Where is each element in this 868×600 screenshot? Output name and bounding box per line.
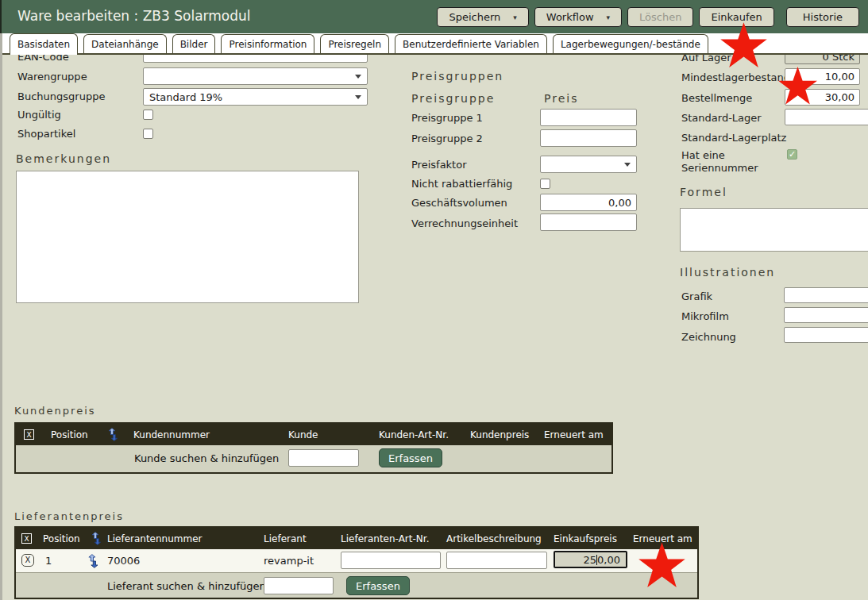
column-position: Position — [43, 533, 80, 544]
preisgruppe1-input[interactable] — [540, 109, 637, 126]
window-edge — [0, 33, 2, 600]
annotation-star-einkaufen — [719, 21, 768, 70]
lieferant-suchen-label: Lieferant suchen & hinzufügen — [107, 580, 266, 592]
seriennummer-checkbox[interactable]: ✓ — [787, 149, 797, 160]
seriennummer-label-line1: Hat eine — [681, 149, 725, 161]
mindestlagerbestand-label: Mindestlagerbestand — [681, 71, 790, 83]
formel-heading: Formel — [680, 186, 727, 198]
zeichnung-input[interactable] — [784, 327, 868, 343]
column-lieferantennummer: Lieferantennummer — [107, 533, 203, 544]
shopartikel-checkbox[interactable] — [143, 129, 153, 139]
row-artikelbeschreibung-input[interactable] — [446, 552, 547, 569]
sort-icon[interactable] — [107, 428, 119, 441]
delete-all-icon[interactable]: X — [21, 533, 32, 544]
nicht-rabattierfaehig-label: Nicht rabattierfähig — [411, 178, 512, 190]
grafik-input[interactable] — [784, 287, 868, 303]
shopartikel-label: Shopartikel — [17, 128, 75, 140]
warengruppe-select[interactable] — [143, 67, 368, 85]
standard-lagerplatz-label: Standard-Lagerplatz — [681, 132, 786, 144]
chevron-down-icon — [355, 95, 361, 99]
preisgruppe-column-heading: Preisgruppe — [411, 92, 495, 105]
column-einkaufspreis: Einkaufspreis — [554, 533, 617, 544]
ungueltig-label: Ungültig — [17, 109, 61, 121]
mikrofilm-input[interactable] — [784, 307, 868, 323]
kunde-suchen-input[interactable] — [288, 449, 359, 467]
verrechnungseinheit-label: Verrechnungseinheit — [411, 217, 518, 229]
tab-bilder[interactable]: Bilder — [172, 34, 216, 53]
toolbar: Speichern ▾ Workflow ▾ Löschen Einkaufen… — [437, 7, 859, 27]
preisgruppe2-input[interactable] — [540, 129, 637, 147]
preis-column-heading: Preis — [544, 92, 578, 105]
column-kunde: Kunde — [288, 429, 318, 440]
standard-lager-label: Standard-Lager — [681, 112, 762, 124]
chevron-down-icon[interactable]: ▾ — [607, 13, 611, 21]
buchungsgruppe-select[interactable]: Standard 19% — [143, 88, 368, 106]
kunde-erfassen-button[interactable]: Erfassen — [379, 448, 442, 467]
tab-basisdaten[interactable]: Basisdaten — [10, 33, 78, 55]
standard-lager-input[interactable] — [785, 109, 868, 125]
geschaeftsvolumen-input[interactable]: 0,00 — [540, 194, 637, 211]
verrechnungseinheit-input[interactable] — [540, 213, 637, 231]
chevron-down-icon[interactable]: ▾ — [513, 13, 517, 21]
warengruppe-label: Warengruppe — [17, 71, 87, 83]
page-title: Ware bearbeiten : ZB3 Solarmodul — [17, 8, 250, 24]
formel-textarea[interactable] — [680, 208, 868, 252]
delete-all-icon[interactable]: X — [24, 429, 34, 440]
sort-icon[interactable] — [91, 532, 102, 545]
grafik-label: Grafik — [681, 290, 712, 302]
row-position: 1 — [45, 555, 52, 567]
lieferantenpreis-heading: Lieferantenpreis — [14, 510, 124, 522]
buchungsgruppe-label: Buchungsgruppe — [17, 90, 105, 102]
tab-benutzerdefinierte-variablen[interactable]: Benutzerdefinierte Variablen — [395, 34, 547, 53]
column-kundenpreis: Kundenpreis — [470, 429, 529, 440]
bemerkungen-heading: Bemerkungen — [16, 152, 111, 165]
tab-lagerbewegungen[interactable]: Lagerbewegungen/-bestände — [553, 34, 708, 53]
column-lieferanten-art-nr: Lieferanten-Art-Nr. — [341, 533, 429, 544]
kundenpreis-table-header: X Position Kundennummer Kunde Kunden-Art… — [16, 424, 611, 445]
historie-button[interactable]: Historie — [786, 7, 859, 27]
nicht-rabattierfaehig-checkbox[interactable] — [540, 179, 550, 189]
bestellmenge-label: Bestellmenge — [681, 92, 752, 104]
row-einkaufspreis-input[interactable]: 250,00 — [554, 551, 627, 568]
speichern-button[interactable]: Speichern ▾ — [437, 7, 528, 27]
preisgruppe1-label: Preisgruppe 1 — [411, 112, 483, 124]
app-window: Ware bearbeiten : ZB3 Solarmodul Speiche… — [0, 0, 868, 600]
chevron-down-icon — [355, 75, 361, 79]
lieferantenpreis-table-header: X Position Lieferantennummer Lieferant L… — [16, 528, 697, 549]
loeschen-button: Löschen — [627, 7, 693, 27]
preisgruppe2-label: Preisgruppe 2 — [411, 133, 483, 144]
lieferant-erfassen-button[interactable]: Erfassen — [346, 576, 410, 595]
preisfaktor-label: Preisfaktor — [411, 159, 467, 171]
illustrationen-heading: Illustrationen — [680, 266, 775, 279]
kundenpreis-heading: Kundenpreis — [14, 405, 96, 417]
tab-preisregeln[interactable]: Preisregeln — [320, 34, 389, 53]
zeichnung-label: Zeichnung — [681, 331, 736, 343]
check-icon: ✓ — [789, 149, 796, 160]
mikrofilm-label: Mikrofilm — [681, 310, 729, 322]
lieferant-suchen-input[interactable] — [264, 577, 334, 594]
annotation-star-einkaufspreis — [638, 541, 686, 590]
bemerkungen-textarea[interactable] — [16, 171, 359, 303]
delete-row-icon[interactable]: X — [21, 554, 34, 567]
column-artikelbeschreibung: Artikelbeschreibung — [446, 533, 542, 544]
row-lieferantennummer: 70006 — [107, 555, 140, 567]
lieferantenpreis-add-row: Lieferant suchen & hinzufügen Erfassen — [16, 572, 697, 598]
ungueltig-checkbox[interactable] — [143, 110, 153, 120]
chevron-down-icon — [624, 163, 631, 167]
workflow-button[interactable]: Workflow ▾ — [534, 7, 622, 27]
geschaeftsvolumen-label: Geschäftsvolumen — [411, 197, 507, 209]
lieferantenpreis-table: X Position Lieferantennummer Lieferant L… — [14, 526, 699, 599]
tab-dateianhaenge[interactable]: Dateianhänge — [83, 34, 167, 53]
kundenpreis-table: X Position Kundennummer Kunde Kunden-Art… — [14, 422, 613, 474]
column-lieferant: Lieferant — [264, 533, 307, 544]
lieferant-row: X 1 70006 revamp-it 250,00 — [16, 549, 697, 572]
row-lieferant: revamp-it — [264, 555, 314, 567]
preisfaktor-select[interactable] — [540, 156, 637, 173]
column-kundennummer: Kundennummer — [133, 429, 210, 440]
column-erneuert-am: Erneuert am — [544, 429, 604, 440]
row-lieferanten-art-nr-input[interactable] — [341, 552, 441, 569]
tab-preisinformation[interactable]: Preisinformation — [221, 34, 314, 53]
column-position: Position — [51, 429, 88, 440]
sort-handle-icon[interactable] — [87, 554, 100, 568]
kunde-suchen-label: Kunde suchen & hinzufügen — [134, 452, 279, 464]
